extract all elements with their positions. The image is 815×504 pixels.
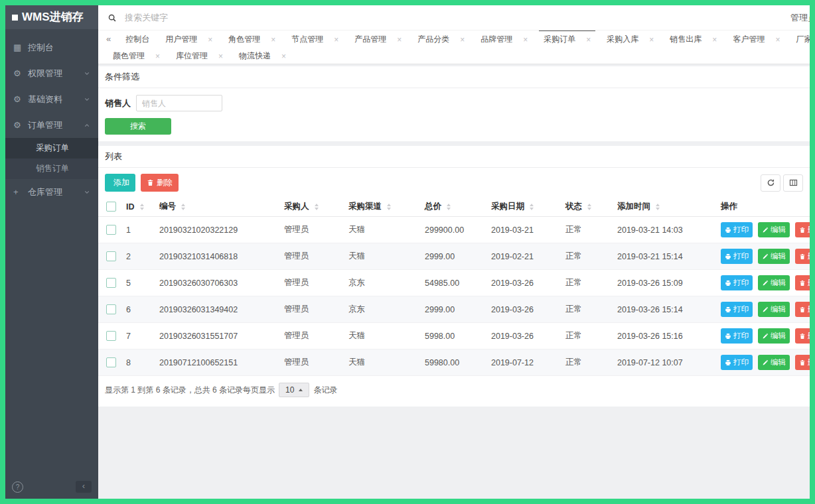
print-row-button[interactable]: 打印 xyxy=(721,275,753,290)
delete-row-button[interactable]: 删除 xyxy=(795,302,810,317)
tab-close-icon[interactable]: × xyxy=(775,35,780,44)
search-button[interactable]: 搜索 xyxy=(105,118,171,135)
global-search-input[interactable] xyxy=(123,12,325,23)
print-row-button[interactable]: 打印 xyxy=(721,222,753,237)
sidebar-item-label: 订单管理 xyxy=(28,119,62,131)
tab-item[interactable]: 客户管理× xyxy=(728,31,784,48)
tab-label: 产品分类 xyxy=(417,34,449,45)
row-checkbox[interactable] xyxy=(106,304,116,314)
edit-row-button[interactable]: 编辑 xyxy=(758,302,790,317)
delete-button[interactable]: 删除 xyxy=(141,174,179,192)
columns-button[interactable] xyxy=(783,174,803,192)
edit-row-button[interactable]: 编辑 xyxy=(758,222,790,237)
sort-icon[interactable] xyxy=(656,204,660,210)
tab-close-icon[interactable]: × xyxy=(649,35,654,44)
column-header[interactable]: 添加时间 xyxy=(615,197,718,217)
print-row-button[interactable]: 打印 xyxy=(721,355,753,370)
column-header[interactable]: 采购人 xyxy=(281,197,346,217)
page-size-select[interactable]: 10 xyxy=(279,383,309,397)
column-header[interactable]: ID xyxy=(123,197,157,217)
sidebar-item[interactable]: ▦控制台 xyxy=(5,34,98,60)
tab-item[interactable]: 厂家管理× xyxy=(791,31,810,48)
help-icon[interactable]: ? xyxy=(12,481,23,493)
plus-icon: + xyxy=(13,187,28,197)
delete-row-button[interactable]: 删除 xyxy=(795,355,810,370)
delete-row-button[interactable]: 删除 xyxy=(795,249,810,264)
sidebar-subitem[interactable]: 销售订单 xyxy=(5,158,98,179)
edit-row-button[interactable]: 编辑 xyxy=(758,355,790,370)
tab-close-icon[interactable]: × xyxy=(586,35,591,44)
row-checkbox[interactable] xyxy=(106,357,116,367)
delete-row-button-label: 删除 xyxy=(808,357,810,367)
tab-close-icon[interactable]: × xyxy=(397,35,402,44)
tab-item[interactable]: 控制台 xyxy=(121,31,154,48)
tab-close-icon[interactable]: × xyxy=(218,52,223,61)
sort-icon[interactable] xyxy=(315,204,319,210)
tab-item[interactable]: 品牌管理× xyxy=(476,31,532,48)
tab-item[interactable]: 产品分类× xyxy=(413,31,469,48)
delete-row-button[interactable]: 删除 xyxy=(795,275,810,290)
tab-item[interactable]: 库位管理× xyxy=(171,46,228,64)
refresh-button[interactable] xyxy=(761,174,780,192)
print-row-button[interactable]: 打印 xyxy=(721,249,753,264)
print-row-button[interactable]: 打印 xyxy=(721,328,753,344)
sort-icon[interactable] xyxy=(181,204,185,210)
tab-close-icon[interactable]: × xyxy=(155,52,160,61)
pencil-icon xyxy=(762,253,769,260)
sidebar-item[interactable]: ⚙订单管理 xyxy=(5,112,98,138)
printer-icon xyxy=(725,359,731,366)
collapse-tabs-icon[interactable]: « xyxy=(106,34,111,44)
tab-close-icon[interactable]: × xyxy=(271,35,275,44)
column-header[interactable]: 操作 xyxy=(718,197,810,217)
tab-close-icon[interactable]: × xyxy=(281,52,286,61)
column-header[interactable]: 采购日期 xyxy=(488,197,563,217)
column-header[interactable]: 编号 xyxy=(157,197,281,217)
tab-close-icon[interactable]: × xyxy=(523,35,528,44)
sort-icon[interactable] xyxy=(140,204,144,210)
column-header[interactable]: 采购渠道 xyxy=(346,197,422,217)
delete-row-button[interactable]: 删除 xyxy=(795,328,810,344)
sort-icon[interactable] xyxy=(387,204,391,210)
sort-icon[interactable] xyxy=(530,204,534,210)
tab-item[interactable]: 物流快递× xyxy=(234,46,291,64)
row-actions: 打印编辑删除 xyxy=(718,349,810,376)
tab-close-icon[interactable]: × xyxy=(460,35,465,44)
edit-row-button[interactable]: 编辑 xyxy=(758,249,790,264)
column-header[interactable]: 状态 xyxy=(563,197,615,217)
tab-item[interactable]: 角色管理× xyxy=(224,31,280,48)
seller-input[interactable] xyxy=(136,95,222,111)
sort-icon[interactable] xyxy=(447,204,451,210)
sidebar-item[interactable]: +仓库管理 xyxy=(5,179,98,205)
row-checkbox[interactable] xyxy=(106,331,116,341)
tab-item[interactable]: 产品管理× xyxy=(350,31,406,48)
delete-row-button[interactable]: 删除 xyxy=(795,222,810,237)
row-checkbox[interactable] xyxy=(106,225,116,235)
edit-row-button[interactable]: 编辑 xyxy=(758,275,790,290)
tab-item[interactable]: 节点管理× xyxy=(287,31,343,48)
tab-item[interactable]: 颜色管理× xyxy=(108,46,165,64)
select-all-checkbox[interactable] xyxy=(106,202,116,212)
sort-icon[interactable] xyxy=(587,204,591,210)
tab-item[interactable]: 用户管理× xyxy=(161,31,217,48)
sidebar-item-label: 权限管理 xyxy=(28,68,62,80)
sidebar-item[interactable]: ⚙基础资料 xyxy=(5,86,98,112)
tab-item[interactable]: 采购入库× xyxy=(602,31,658,48)
tab-item[interactable]: 采购订单× xyxy=(539,31,595,48)
add-button[interactable]: 添加 xyxy=(105,174,135,192)
cell-date: 2019-07-12 xyxy=(488,349,563,376)
sidebar-collapse-icon[interactable]: ‹ xyxy=(76,481,92,493)
sidebar-item[interactable]: ⚙权限管理 xyxy=(5,60,98,86)
column-header[interactable]: 总价 xyxy=(422,197,488,217)
cell-buyer: 管理员 xyxy=(281,217,346,243)
row-checkbox[interactable] xyxy=(106,251,116,261)
user-menu[interactable]: 管理员 xyxy=(790,5,810,30)
tab-close-icon[interactable]: × xyxy=(208,35,212,44)
tab-item[interactable]: 销售出库× xyxy=(665,31,721,48)
sidebar-subitem[interactable]: 采购订单 xyxy=(5,138,98,158)
printer-icon xyxy=(725,253,731,260)
tab-close-icon[interactable]: × xyxy=(334,35,338,44)
row-checkbox[interactable] xyxy=(106,278,116,288)
edit-row-button[interactable]: 编辑 xyxy=(758,328,790,344)
tab-close-icon[interactable]: × xyxy=(712,35,717,44)
print-row-button[interactable]: 打印 xyxy=(721,302,753,317)
